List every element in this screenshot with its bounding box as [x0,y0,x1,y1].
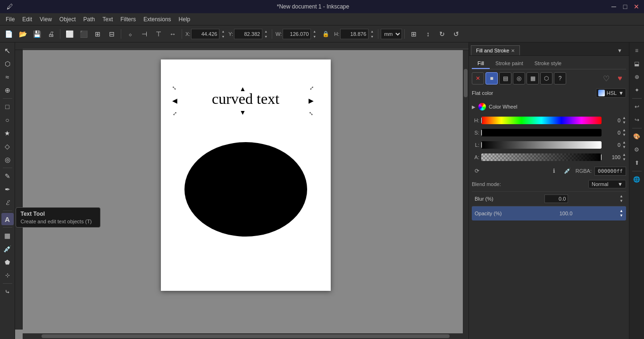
node-tool-button[interactable]: ⬡ [1,58,14,70]
fill-swatch-button[interactable]: ⬡ [540,72,552,85]
y-stepper[interactable]: ▲▼ [263,29,268,39]
open-button[interactable]: 📂 [16,28,29,40]
rotate-ccw-button[interactable]: ↺ [450,28,463,40]
fill-heart2-button[interactable]: ♥ [614,72,626,85]
canvas-container[interactable]: ▲ ▼ ◀ ▶ ↔ ↔ ↔ ↔ curved text · [23,50,468,330]
w-input[interactable] [283,29,311,39]
eyedropper-tool-button[interactable]: 💉 [1,243,14,255]
w-stepper[interactable]: ▲▼ [312,29,317,39]
measure-tool-button[interactable]: ⊹ [1,269,14,281]
ungroup-button[interactable]: ⊟ [105,28,118,40]
rotate-cw-button[interactable]: ↻ [435,28,449,40]
deselect-button[interactable]: ⬛ [77,28,90,40]
blur-stepper[interactable]: ▲▼ [619,194,623,203]
fill-flat-button[interactable]: ■ [485,72,498,85]
paint-bucket-button[interactable]: ⬟ [1,256,14,268]
fill-stroke-tab[interactable]: Fill and Stroke ✕ [471,45,520,55]
color-recycle-btn[interactable]: ⟳ [472,166,482,176]
transform-button[interactable]: ⊞ [407,28,420,40]
eyedropper-btn[interactable]: 💉 [562,166,573,176]
undo-btn[interactable]: ↩ [631,101,643,113]
distribute-h-button[interactable]: ⊣ [138,28,151,40]
fill-unknown-button[interactable]: ? [554,72,566,85]
lig-stepper[interactable]: ▲▼ [622,140,626,150]
export-btn[interactable]: ⬆ [631,157,643,169]
lig-slider[interactable] [481,141,602,149]
stroke-paint-tab[interactable]: Stroke paint [490,59,529,69]
symbols-btn[interactable]: ✦ [631,84,643,96]
network-btn[interactable]: 🌐 [631,173,643,186]
3dbox-tool-button[interactable]: ◇ [1,140,14,153]
hue-slider[interactable] [481,117,602,124]
redo-btn[interactable]: ↪ [631,114,643,126]
alpha-stepper[interactable]: ▲▼ [622,153,626,162]
layers-btn[interactable]: ⬓ [631,58,643,70]
canvas-ellipse[interactable] [184,142,307,237]
alpha-slider[interactable] [481,153,602,161]
save-button[interactable]: 💾 [30,28,43,40]
fill-radial-button[interactable]: ◎ [513,72,525,85]
blur-input[interactable] [544,195,568,203]
select-all-button[interactable]: ⬜ [63,28,76,40]
menu-filters[interactable]: Filters [117,15,140,24]
connector-tool-button[interactable]: ⤷ [1,286,14,298]
menu-help[interactable]: Help [175,15,194,24]
maximize-button[interactable]: □ [621,3,629,10]
select-tool-button[interactable]: ↖ [1,44,14,57]
align-button[interactable]: ⬦ [124,28,137,40]
lock-aspect-button[interactable]: 🔒 [319,28,332,40]
scrollbar-horizontal[interactable] [23,333,468,339]
spiral-tool-button[interactable]: ◎ [1,153,14,166]
scrollbar-vertical[interactable] [463,50,468,333]
sat-stepper[interactable]: ▲▼ [622,128,626,137]
rect-tool-button[interactable]: □ [1,101,14,113]
menu-edit[interactable]: Edit [18,15,36,24]
curved-text[interactable]: curved text [212,90,279,108]
menu-extensions[interactable]: Extensions [140,15,175,24]
opacity-stepper[interactable]: ▲▼ [619,209,623,218]
fill-linear-button[interactable]: ▤ [499,72,511,85]
scrollbar-h-thumb[interactable] [42,334,450,338]
text-tool-button[interactable]: A Text Tool Create and edit text objects… [1,213,14,225]
x-stepper[interactable]: ▲▼ [220,29,226,39]
stroke-style-tab[interactable]: Stroke style [529,59,567,69]
color-mode-selector[interactable]: HSL ▼ [596,88,626,98]
print-button[interactable]: 🖨 [44,28,58,40]
fill-heart1-button[interactable]: ♡ [600,72,612,85]
fill-pattern-button[interactable]: ▦ [527,72,539,85]
rgba-value[interactable]: 000000ff [594,167,626,176]
x-input[interactable] [191,29,219,39]
color-info-btn[interactable]: ℹ [549,166,560,176]
color-picker-btn[interactable]: 🎨 [631,130,643,143]
new-button[interactable]: 📄 [2,28,15,40]
panel-menu-btn[interactable]: ▼ [612,46,627,55]
flip-v-button[interactable]: ↕ [421,28,435,40]
sat-slider[interactable] [481,129,602,136]
menu-view[interactable]: View [36,15,56,24]
global-settings-btn[interactable]: ⚙ [631,144,643,156]
opacity-input[interactable] [549,211,572,216]
group-button[interactable]: ⊞ [91,28,104,40]
scrollbar-v-thumb[interactable] [464,69,468,97]
zoom-tool-button[interactable]: ⊕ [1,84,14,96]
menu-file[interactable]: File [2,15,18,24]
h-stepper[interactable]: ▲▼ [369,29,375,39]
gradient-tool-button[interactable]: ▦ [1,229,14,242]
blend-mode-selector[interactable]: Normal ▼ [588,180,626,188]
menu-path[interactable]: Path [80,15,99,24]
fill-tab[interactable]: Fill [472,59,490,69]
y-input[interactable] [234,29,262,39]
tweak-tool-button[interactable]: ≈ [1,71,14,83]
distribute-v-button[interactable]: ⊤ [152,28,165,40]
hue-stepper[interactable]: ▲▼ [622,116,626,125]
color-wheel-row[interactable]: ▶ Color Wheel [472,102,626,112]
canvas-area[interactable]: ▲ ▼ ◀ ▶ ↔ ↔ ↔ ↔ curved text · [15,42,468,339]
h-input[interactable] [340,29,368,39]
menu-text[interactable]: Text [99,15,117,24]
minimize-button[interactable]: ─ [610,3,618,10]
close-button[interactable]: ✕ [633,3,640,10]
star-tool-button[interactable]: ★ [1,127,14,139]
pen-tool-button[interactable]: ✒ [1,183,14,195]
menu-object[interactable]: Object [56,15,80,24]
flip-h-button[interactable]: ↔ [166,28,179,40]
